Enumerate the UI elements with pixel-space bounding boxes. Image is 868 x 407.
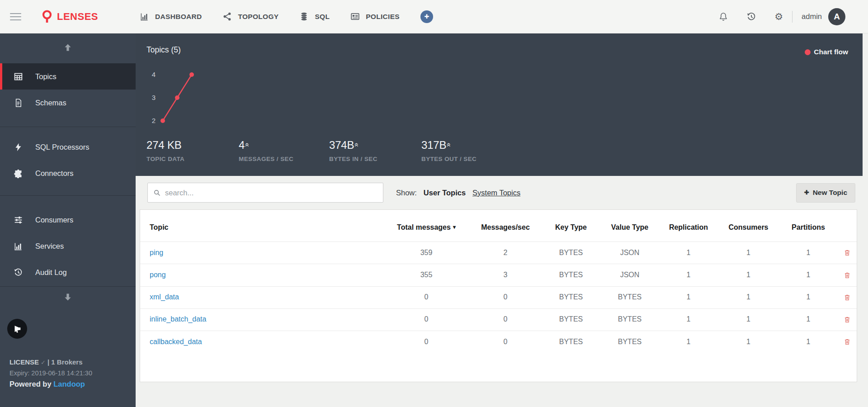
cell-replication: 1 xyxy=(659,308,718,331)
table-header-row: Topic Total messages▾ Messages/sec Key T… xyxy=(140,210,857,242)
column-header-actions xyxy=(838,210,857,242)
document-icon xyxy=(14,98,23,108)
topics-overview-panel: Topics (5) Chart flow 432 274 KB TOPIC D… xyxy=(136,33,863,176)
cell-partitions: 1 xyxy=(779,331,838,353)
landoop-link[interactable]: Landoop xyxy=(53,380,85,388)
topics-mini-chart: 432 xyxy=(146,68,201,127)
column-header-replication[interactable]: Replication xyxy=(659,210,718,242)
arrow-up-icon xyxy=(63,43,72,52)
powered-by-label: Powered by xyxy=(9,380,52,388)
cell-total-messages: 0 xyxy=(383,308,469,331)
topics-table-card: Topic Total messages▾ Messages/sec Key T… xyxy=(140,209,857,382)
database-icon xyxy=(299,12,309,21)
brand[interactable]: LENSES xyxy=(41,10,98,24)
license-label: LICENSE xyxy=(9,358,39,366)
legend-dot-icon xyxy=(805,49,811,55)
add-button[interactable]: ✚ xyxy=(420,10,433,23)
delete-topic-button[interactable] xyxy=(838,264,857,286)
nav-dashboard[interactable]: DASHBOARD xyxy=(140,12,202,21)
column-header-key-type[interactable]: Key Type xyxy=(542,210,600,242)
svg-text:4: 4 xyxy=(152,71,156,78)
settings-gear-icon[interactable]: ⚙ xyxy=(774,12,783,22)
svg-text:2: 2 xyxy=(152,117,156,124)
topic-link[interactable]: callbacked_data xyxy=(150,338,202,345)
sidebar: Topics Schemas SQL Processors Connectors… xyxy=(0,33,136,407)
sidebar-scroll-down[interactable] xyxy=(0,290,136,304)
cell-key-type: BYTES xyxy=(542,331,600,353)
license-expiry: Expiry: 2019-06-18 14:21:30 xyxy=(9,369,92,377)
bar-chart-icon xyxy=(140,12,149,21)
sidebar-scroll-up[interactable] xyxy=(0,41,136,54)
stat-messages-sec: 4« MESSAGES / SEC xyxy=(239,139,329,162)
sidebar-item-services[interactable]: Services xyxy=(0,233,136,259)
new-topic-button[interactable]: ✚ New Topic xyxy=(796,183,855,203)
column-header-total-messages[interactable]: Total messages▾ xyxy=(383,210,469,242)
stat-bytes-out-sec: 317B« BYTES OUT / SEC xyxy=(421,139,512,162)
search-icon xyxy=(153,189,161,197)
sidebar-item-topics[interactable]: Topics xyxy=(0,63,136,90)
sidebar-item-connectors[interactable]: Connectors xyxy=(0,160,136,186)
navbar-right: ⚙ admin A xyxy=(718,8,868,25)
avatar[interactable]: A xyxy=(828,8,845,25)
delete-topic-button[interactable] xyxy=(838,242,857,264)
divider xyxy=(0,195,136,196)
lenses-logo-icon xyxy=(41,10,53,24)
cell-value-type: BYTES xyxy=(600,331,659,353)
topic-link[interactable]: xml_data xyxy=(150,293,179,301)
trash-icon xyxy=(844,248,851,257)
nav-topology[interactable]: TOPOLOGY xyxy=(222,12,278,21)
delete-topic-button[interactable] xyxy=(838,331,857,353)
table-row: pong3553BYTESJSON111 xyxy=(140,264,857,286)
menu-toggle-icon[interactable] xyxy=(10,11,21,23)
check-icon: ✓ xyxy=(41,359,46,366)
trend-up-icon: « xyxy=(445,143,453,147)
column-header-value-type[interactable]: Value Type xyxy=(600,210,659,242)
topic-link[interactable]: pong xyxy=(150,271,166,279)
cell-key-type: BYTES xyxy=(542,308,600,331)
cell-messages-sec: 0 xyxy=(469,286,542,308)
delete-topic-button[interactable] xyxy=(838,308,857,331)
nav-policies[interactable]: POLICIES xyxy=(350,12,400,21)
legend-label: Chart flow xyxy=(814,48,848,56)
cell-messages-sec: 0 xyxy=(469,308,542,331)
cell-value-type: JSON xyxy=(600,264,659,286)
sidebar-item-sql-processors[interactable]: SQL Processors xyxy=(0,134,136,160)
chart-legend: Chart flow xyxy=(805,48,848,56)
filter-system-topics[interactable]: System Topics xyxy=(472,189,520,197)
divider xyxy=(792,11,793,23)
column-header-consumers[interactable]: Consumers xyxy=(718,210,779,242)
history-icon[interactable] xyxy=(746,12,756,22)
stat-bytes-in-sec: 374B« BYTES IN / SEC xyxy=(329,139,421,162)
trash-icon xyxy=(844,337,851,346)
topic-link[interactable]: inline_batch_data xyxy=(150,315,206,323)
cell-replication: 1 xyxy=(659,331,718,353)
column-header-topic[interactable]: Topic xyxy=(140,210,383,242)
grid-icon xyxy=(14,72,23,81)
topic-link[interactable]: ping xyxy=(150,249,163,256)
main-area: Topics (5) Chart flow 432 274 KB TOPIC D… xyxy=(136,33,868,407)
announcements-button[interactable] xyxy=(7,319,27,339)
notifications-bell-icon[interactable] xyxy=(718,12,728,22)
show-label: Show: xyxy=(396,189,417,197)
card-icon xyxy=(350,12,360,21)
top-navbar: LENSES DASHBOARD TOPOLOGY SQL POLICIES ✚… xyxy=(0,0,868,33)
cell-messages-sec: 2 xyxy=(469,242,542,264)
search-input[interactable] xyxy=(165,189,377,197)
cell-total-messages: 0 xyxy=(383,331,469,353)
filter-user-topics[interactable]: User Topics xyxy=(424,189,466,197)
trash-icon xyxy=(844,315,851,324)
column-header-messages-sec[interactable]: Messages/sec xyxy=(469,210,542,242)
main-nav: DASHBOARD TOPOLOGY SQL POLICIES ✚ xyxy=(140,10,433,23)
stats-row: 274 KB TOPIC DATA 4« MESSAGES / SEC 374B… xyxy=(146,139,512,162)
plus-icon: ✚ xyxy=(804,189,809,196)
cell-key-type: BYTES xyxy=(542,242,600,264)
table-row: callbacked_data00BYTESBYTES111 xyxy=(140,331,857,353)
topics-toolbar: Show: User Topics System Topics ✚ New To… xyxy=(136,176,868,209)
delete-topic-button[interactable] xyxy=(838,286,857,308)
sidebar-item-consumers[interactable]: Consumers xyxy=(0,207,136,233)
nav-sql[interactable]: SQL xyxy=(299,12,330,21)
column-header-partitions[interactable]: Partitions xyxy=(779,210,838,242)
user-menu[interactable]: admin xyxy=(802,12,822,21)
sidebar-item-schemas[interactable]: Schemas xyxy=(0,90,136,116)
sidebar-item-audit-log[interactable]: Audit Log xyxy=(0,259,136,285)
